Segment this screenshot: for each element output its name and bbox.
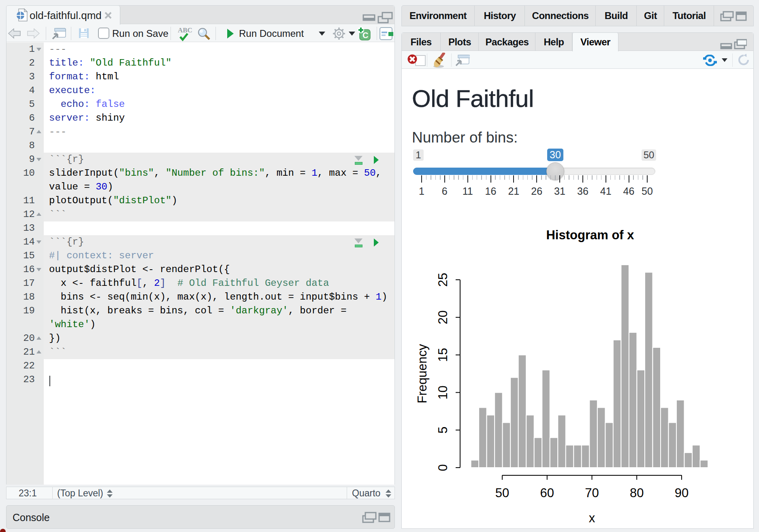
svg-text:Histogram of x: Histogram of x [546, 228, 634, 242]
svg-text:15: 15 [436, 348, 450, 362]
svg-text:80: 80 [630, 486, 644, 500]
svg-text:Frequency: Frequency [415, 344, 429, 403]
svg-text:10: 10 [436, 385, 450, 399]
svg-text:70: 70 [585, 486, 599, 500]
svg-text:x: x [589, 511, 595, 525]
svg-text:0: 0 [436, 464, 450, 471]
svg-text:C: C [362, 31, 368, 40]
svg-text:5: 5 [436, 427, 450, 434]
svg-text:60: 60 [540, 486, 554, 500]
svg-text:ABC: ABC [178, 26, 192, 34]
svg-text:50: 50 [495, 486, 509, 500]
svg-text:20: 20 [436, 311, 450, 324]
svg-text:90: 90 [675, 486, 689, 500]
svg-text:25: 25 [436, 273, 450, 287]
